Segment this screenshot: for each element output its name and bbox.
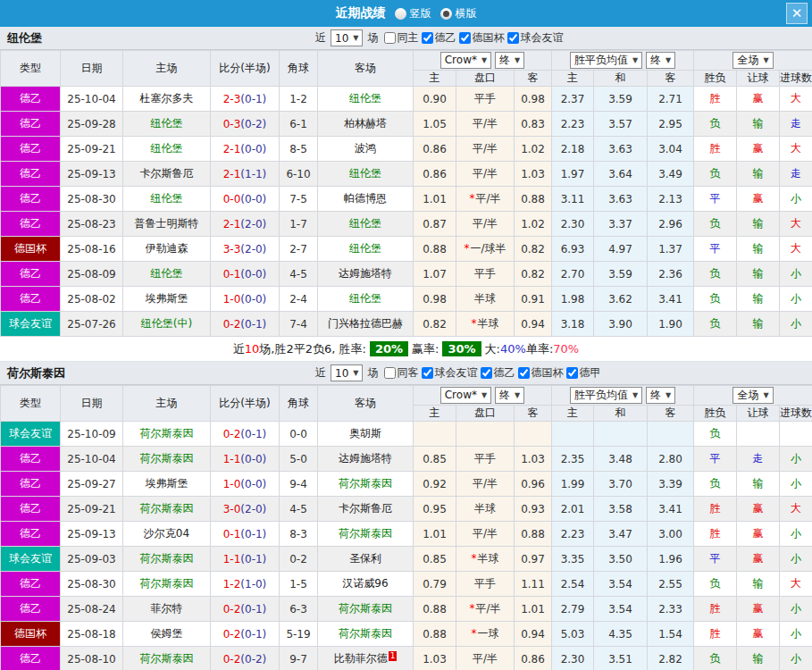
home-team-cell: 荷尔斯泰因 <box>123 497 211 522</box>
mean-away-cell: 3.39 <box>648 472 694 497</box>
home-team-cell: 卡尔斯鲁厄 <box>123 162 211 187</box>
sub-column-header: 和 <box>594 71 648 87</box>
column-header-score: 比分(半场) <box>211 51 280 87</box>
mean-select[interactable]: 胜平负均值▼ <box>570 387 642 404</box>
fullmatch-select[interactable]: 全场▼ <box>732 387 773 404</box>
home-team-cell: 菲尔特 <box>123 597 211 622</box>
corner-cell: 0-0 <box>280 422 318 447</box>
odds-away-cell: 0.93 <box>515 497 552 522</box>
mean-select[interactable]: 胜平负均值▼ <box>570 52 642 69</box>
match-row: 德乙25-08-30纽伦堡0-0(0-0)7-5帕德博恩1.01*平/半0.88… <box>1 187 812 212</box>
sub-column-header: 主 <box>552 406 594 422</box>
wdl-result-cell: 负 <box>694 162 737 187</box>
fullmatch-select[interactable]: 全场▼ <box>732 52 773 69</box>
league-checkbox[interactable] <box>507 32 519 44</box>
handicap-cell: 半球 <box>456 497 515 522</box>
odds-home-cell: 0.88 <box>414 597 456 622</box>
sub-column-header: 客 <box>515 71 552 87</box>
mean-home-cell: 5.03 <box>552 622 594 647</box>
chevron-down-icon: ▼ <box>515 56 520 64</box>
titlebar: 近期战绩 竖版 横版 ✕ <box>0 0 812 27</box>
rate-badge: 20% <box>370 341 408 356</box>
odds-final-select[interactable]: 终▼ <box>495 387 524 404</box>
fullmatch-select-value: 全场 <box>737 53 758 68</box>
score-cell: 0-2(0-1) <box>211 422 280 447</box>
league-checkbox[interactable] <box>481 367 492 379</box>
mean-draw-cell: 3.51 <box>594 647 648 670</box>
score-cell: 0-2(0-1) <box>211 597 280 622</box>
vertical-layout-radio[interactable]: 竖版 <box>395 6 431 21</box>
same-venue-checkbox[interactable] <box>384 367 396 379</box>
mean-home-cell <box>552 422 594 447</box>
odds-company-select[interactable]: Crow*▼ <box>440 387 491 404</box>
date-cell: 25-08-16 <box>61 237 123 262</box>
away-team-cell: 门兴格拉德巴赫 <box>318 312 414 337</box>
date-cell: 25-08-10 <box>61 647 123 670</box>
date-cell: 25-10-04 <box>61 447 123 472</box>
league-label: 德乙 <box>434 30 456 46</box>
corner-cell: 7-4 <box>280 312 318 337</box>
mean-final-select[interactable]: 终▼ <box>646 387 675 404</box>
match-type-cell: 德乙 <box>1 212 61 237</box>
recent-count-select[interactable]: 10▼ <box>331 364 363 381</box>
radio-unselected-icon <box>395 8 406 20</box>
handicap-result-cell <box>737 422 780 447</box>
away-team-cell: 汉诺威96 <box>318 572 414 597</box>
match-row: 德乙25-08-23普鲁士明斯特2-1(2-0)1-7纽伦堡0.87平/半1.0… <box>1 212 812 237</box>
away-team-cell: 达姆施塔特 <box>318 447 414 472</box>
odds-home-cell: 1.03 <box>414 647 456 670</box>
column-header-score: 比分(半场) <box>211 386 280 422</box>
mean-draw-cell: 3.63 <box>594 137 648 162</box>
wdl-result-cell: 平 <box>694 547 737 572</box>
mean-away-cell: 2.71 <box>648 87 694 112</box>
chevron-down-icon: ▼ <box>763 56 768 64</box>
halftime-score: (0-2) <box>240 653 266 666</box>
home-team-cell: 普鲁士明斯特 <box>123 212 211 237</box>
halftime-score: (0-1) <box>240 528 266 540</box>
league-checkbox[interactable] <box>422 32 433 44</box>
match-type-cell: 德乙 <box>1 472 61 497</box>
halftime-score: (0-1) <box>240 93 266 105</box>
same-venue-checkbox[interactable] <box>384 32 396 44</box>
odds-company-select[interactable]: Crow*▼ <box>440 52 491 69</box>
date-cell: 25-07-26 <box>61 312 123 337</box>
odds-final-select[interactable]: 终▼ <box>495 52 524 69</box>
recent-count-select[interactable]: 10▼ <box>331 29 363 46</box>
mean-home-cell: 2.30 <box>552 212 594 237</box>
home-team-cell: 埃弗斯堡 <box>123 287 211 312</box>
team-bar: 纽伦堡近10▼场同主德乙德国杯球会友谊 <box>0 27 812 50</box>
score-cell: 3-3(2-0) <box>211 237 280 262</box>
wdl-result-cell: 胜 <box>694 597 737 622</box>
handicap-cell: 平/半 <box>456 137 515 162</box>
home-team-cell: 纽伦堡(中) <box>123 312 211 337</box>
column-header-away: 客场 <box>318 386 414 422</box>
corner-cell: 9-4 <box>280 472 318 497</box>
horizontal-layout-radio[interactable]: 横版 <box>440 6 477 21</box>
radio-selected-icon <box>440 8 452 20</box>
odds-away-cell: 0.96 <box>515 472 552 497</box>
mean-draw-cell: 3.63 <box>594 187 648 212</box>
close-button[interactable]: ✕ <box>786 3 808 24</box>
score-cell: 1-0(0-0) <box>211 472 280 497</box>
mean-home-cell: 2.30 <box>552 647 594 670</box>
wdl-result-cell: 胜 <box>694 137 737 162</box>
goals-result-cell: 小 <box>780 647 812 670</box>
league-checkbox[interactable] <box>422 367 433 379</box>
league-checkbox[interactable] <box>518 367 530 379</box>
handicap-cell: 平手 <box>456 262 515 287</box>
mean-select-value: 胜平负均值 <box>574 53 628 68</box>
matches-table: 类型日期主场比分(半场)角球客场Crow*▼终▼胜平负均值▼终▼全场▼主盘口客主… <box>0 50 812 337</box>
league-label: 球会友谊 <box>434 365 477 381</box>
fulltime-score: 0-1 <box>223 528 241 540</box>
corner-cell: 6-10 <box>280 162 318 187</box>
league-checkbox[interactable] <box>459 32 471 44</box>
away-team-cell: 纽伦堡 <box>318 87 414 112</box>
handicap-result-cell: 输 <box>737 237 780 262</box>
goals-result-cell: 小 <box>780 447 812 472</box>
league-checkbox[interactable] <box>566 367 578 379</box>
handicap-cell: *半球 <box>456 547 515 572</box>
home-team-cell: 荷尔斯泰因 <box>123 447 211 472</box>
mean-final-select[interactable]: 终▼ <box>646 52 675 69</box>
fulltime-score: 1-0 <box>223 293 241 306</box>
league-label: 德国杯 <box>531 365 563 381</box>
